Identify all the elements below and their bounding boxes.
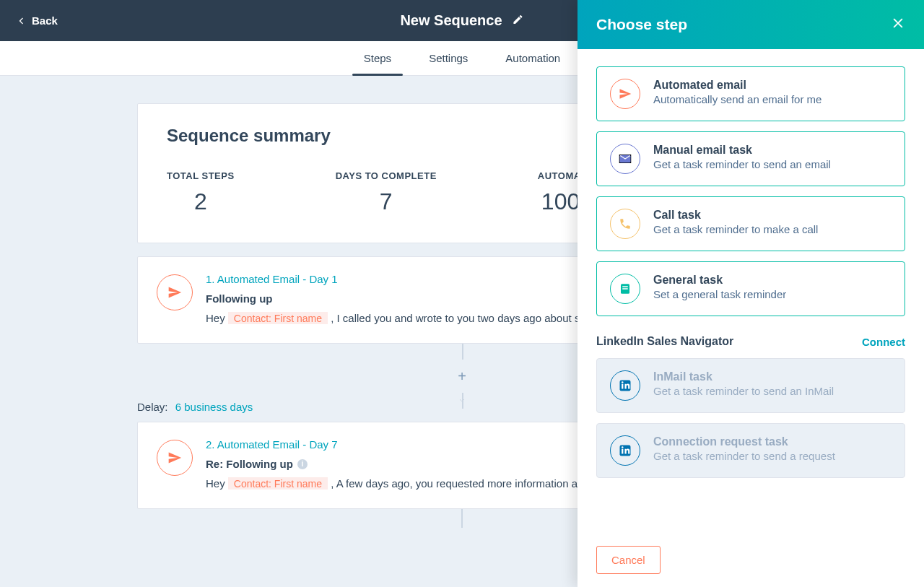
pencil-icon bbox=[513, 14, 524, 25]
stat-label: DAYS TO COMPLETE bbox=[336, 170, 437, 181]
option-title: Call task bbox=[653, 209, 892, 222]
linkedin-section-header: LinkedIn Sales Navigator Connect bbox=[596, 335, 905, 348]
option-general-task[interactable]: General task Set a general task reminder bbox=[596, 261, 905, 316]
send-icon bbox=[610, 79, 640, 109]
delay-label: Delay: bbox=[137, 401, 168, 413]
linkedin-icon bbox=[610, 435, 640, 466]
option-desc: Automatically send an email for me bbox=[653, 93, 892, 105]
option-title: InMail task bbox=[653, 370, 892, 383]
option-automated-email[interactable]: Automated email Automatically send an em… bbox=[596, 66, 905, 121]
send-icon bbox=[157, 274, 193, 310]
option-connection-request-task: Connection request task Get a task remin… bbox=[596, 423, 905, 478]
info-icon[interactable]: i bbox=[297, 459, 308, 469]
linkedin-icon bbox=[610, 370, 640, 401]
delay-row: Delay: 6 business days bbox=[137, 401, 253, 413]
edit-title-button[interactable] bbox=[513, 14, 524, 28]
linkedin-connect-link[interactable]: Connect bbox=[862, 336, 905, 348]
chevron-left-icon bbox=[17, 17, 26, 25]
cancel-button[interactable]: Cancel bbox=[596, 546, 661, 574]
tab-steps[interactable]: Steps bbox=[345, 41, 410, 75]
panel-body: Automated email Automatically send an em… bbox=[578, 49, 924, 532]
contact-first-name-token: Contact: First name bbox=[228, 477, 328, 490]
option-title: Automated email bbox=[653, 79, 892, 92]
delay-value-link[interactable]: 6 business days bbox=[175, 401, 253, 413]
panel-footer: Cancel bbox=[578, 532, 924, 587]
contact-first-name-token: Contact: First name bbox=[228, 312, 328, 324]
stat-value: 7 bbox=[336, 188, 437, 215]
option-title: General task bbox=[653, 274, 892, 287]
option-title: Manual email task bbox=[653, 144, 892, 157]
option-manual-email-task[interactable]: Manual email task Get a task reminder to… bbox=[596, 131, 905, 186]
option-inmail-task: InMail task Get a task reminder to send … bbox=[596, 358, 905, 413]
page-title-wrap: New Sequence bbox=[400, 12, 523, 29]
panel-title: Choose step bbox=[596, 16, 687, 33]
option-desc: Get a task reminder to send a request bbox=[653, 450, 892, 462]
back-label: Back bbox=[32, 14, 58, 27]
stat-value: 2 bbox=[167, 188, 235, 215]
add-step-button[interactable]: + bbox=[452, 366, 472, 386]
choose-step-panel: Choose step Automated email Automaticall… bbox=[578, 0, 924, 587]
stat-total-steps: TOTAL STEPS 2 bbox=[167, 170, 235, 215]
send-icon bbox=[157, 440, 193, 476]
note-icon bbox=[610, 274, 640, 304]
linkedin-section-title: LinkedIn Sales Navigator bbox=[596, 335, 733, 348]
panel-header: Choose step bbox=[578, 0, 924, 49]
arrow-down-icon bbox=[458, 394, 466, 407]
mail-icon bbox=[610, 144, 640, 174]
option-desc: Get a task reminder to send an email bbox=[653, 158, 892, 170]
stat-days-to-complete: DAYS TO COMPLETE 7 bbox=[336, 170, 437, 215]
option-desc: Get a task reminder to make a call bbox=[653, 223, 892, 235]
back-button[interactable]: Back bbox=[17, 14, 58, 27]
page-title: New Sequence bbox=[400, 12, 502, 29]
tab-settings[interactable]: Settings bbox=[410, 41, 487, 75]
phone-icon bbox=[610, 209, 640, 239]
close-panel-button[interactable] bbox=[891, 16, 905, 33]
option-desc: Get a task reminder to send an InMail bbox=[653, 385, 892, 397]
close-icon bbox=[891, 16, 905, 30]
option-call-task[interactable]: Call task Get a task reminder to make a … bbox=[596, 196, 905, 251]
option-desc: Set a general task reminder bbox=[653, 288, 892, 300]
tab-automation[interactable]: Automation bbox=[487, 41, 579, 75]
stat-label: TOTAL STEPS bbox=[167, 170, 235, 181]
option-title: Connection request task bbox=[653, 435, 892, 448]
